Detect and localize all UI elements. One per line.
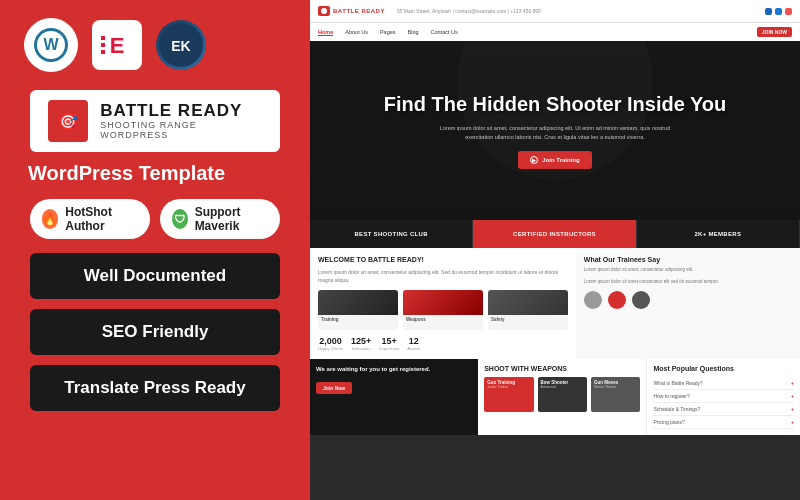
weapon-card-3: Gun Moves Senior Trainer (591, 377, 640, 412)
hotshot-badge: 🔥 HotShot Author (30, 199, 150, 239)
wordpress-icon: W (24, 18, 78, 72)
mock-hero-cta[interactable]: ▶ Join Training (518, 151, 591, 169)
card-1-img (318, 290, 398, 315)
mock-hero-body: Lorem ipsum dolor sit amet, consectetur … (425, 124, 685, 142)
faq-plus-3: + (791, 406, 794, 412)
template-label: WordPress Template (28, 162, 225, 185)
avatar-1 (584, 291, 602, 309)
faq-plus-2: + (791, 393, 794, 399)
nav-cta-btn[interactable]: JOIN NOW (757, 27, 792, 37)
faq-item-1: What is Battle Ready? + (653, 377, 794, 390)
elementor-icon: E (92, 20, 142, 70)
testimonial-body2: Lorem ipsum dolor sit amet consectetur e… (584, 279, 792, 286)
weapon-3-sub: Senior Trainer (594, 385, 637, 389)
card-1-text: Training (318, 315, 398, 324)
mock-stats-bar: Best Shooting Club Certified Instructors… (310, 220, 800, 248)
mock-right-section: What Our Trainees Say Lorem ipsum dolor … (576, 248, 800, 359)
card-2: Weapons (403, 290, 483, 330)
logo-subtitle: SHOOTING RANGE WORDPRESS (100, 120, 262, 140)
faq-item-2: How to register? + (653, 390, 794, 403)
number-3-label: Experience (379, 346, 399, 351)
svg-rect-6 (101, 43, 105, 47)
numbers-row: 2,000 Happy Clients 125+ Instructors 15+… (318, 336, 568, 351)
faq-title: Most Popular Questions (653, 365, 794, 372)
play-icon: ▶ (530, 156, 538, 164)
shield-icon: 🛡 (172, 209, 188, 229)
card-3: Safety (488, 290, 568, 330)
avatar-3 (632, 291, 650, 309)
mock-nav: BATTLE READY 55 Main Street, Anytown | c… (310, 0, 800, 22)
logo-text: BATTLE READY SHOOTING RANGE WORDPRESS (100, 102, 262, 141)
svg-rect-5 (101, 36, 105, 40)
nav-link-contact[interactable]: Contact Us (431, 29, 458, 35)
card-1: Training (318, 290, 398, 330)
weapon-card-2: Bow Shooter Advanced (538, 377, 587, 412)
support-badge: 🛡 Support Maverik (160, 199, 280, 239)
weapons-grid: Gun Training Junior Trainer Bow Shooter … (484, 377, 640, 412)
svg-text:W: W (43, 36, 59, 53)
nav-link-pages[interactable]: Pages (380, 29, 396, 35)
number-3: 15+ Experience (379, 336, 399, 351)
nav-link-home[interactable]: Home (318, 29, 333, 36)
mock-weapons-section: Shoot with Weapons Gun Training Junior T… (478, 359, 646, 435)
faq-item-4: Pricing plans? + (653, 416, 794, 429)
number-3-val: 15+ (379, 336, 399, 346)
stat-3: 2k+ Members (637, 220, 800, 248)
svg-text:EK: EK (171, 38, 190, 54)
nav-link-blog[interactable]: Blog (408, 29, 419, 35)
weapon-1-sub: Junior Trainer (487, 385, 530, 389)
card-3-img (488, 290, 568, 315)
number-1-label: Happy Clients (318, 346, 343, 351)
support-label: Support Maverik (195, 205, 268, 233)
logo-box: 🎯 BATTLE READY SHOOTING RANGE WORDPRESS (30, 90, 280, 152)
svg-point-12 (321, 8, 327, 14)
number-2-label: Instructors (351, 346, 371, 351)
left-section-title: Welcome to Battle Ready! (318, 256, 568, 263)
card-2-img (403, 290, 483, 315)
mock-content: Welcome to Battle Ready! Lorem ipsum dol… (310, 248, 800, 359)
flame-icon: 🔥 (42, 209, 58, 229)
number-1-val: 2,000 (318, 336, 343, 346)
testimonial-title: What Our Trainees Say (584, 256, 792, 263)
plugin-icons-row: W E EK (24, 18, 206, 72)
mock-nav-logo: BATTLE READY (318, 6, 385, 16)
social-yt (785, 8, 792, 15)
avatar-row (584, 291, 792, 309)
mock-nav-links-row: Home About Us Pages Blog Contact Us JOIN… (310, 23, 800, 41)
card-row: Training Weapons Safety (318, 290, 568, 330)
feature-pill-3: Translate Press Ready (30, 365, 280, 411)
mock-left-section: Welcome to Battle Ready! Lorem ipsum dol… (310, 248, 576, 359)
stat-1: Best Shooting Club (310, 220, 473, 248)
testimonial-body: Lorem ipsum dolor sit amet, consectetur … (584, 267, 792, 274)
svg-text:E: E (110, 33, 125, 58)
right-panel: BATTLE READY 55 Main Street, Anytown | c… (310, 0, 800, 500)
mock-bottom-row: We are waiting for you to get registered… (310, 359, 800, 435)
number-2-val: 125+ (351, 336, 371, 346)
faq-plus-4: + (791, 419, 794, 425)
mock-nav-brand: BATTLE READY (333, 8, 385, 14)
number-4: 12 Awards (407, 336, 420, 351)
left-section-body: Lorem ipsum dolor sit amet, consectetur … (318, 268, 568, 284)
social-fb (765, 8, 772, 15)
card-3-text: Safety (488, 315, 568, 324)
number-4-label: Awards (407, 346, 420, 351)
preview-container: BATTLE READY 55 Main Street, Anytown | c… (310, 0, 800, 500)
mock-hero-content: Find The Hidden Shooter Inside You Lorem… (310, 41, 800, 220)
stat-2: Certified Instructors (473, 220, 636, 248)
weapon-card-1: Gun Training Junior Trainer (484, 377, 533, 412)
mock-nav-info: 55 Main Street, Anytown | contact@exampl… (397, 8, 761, 14)
faq-item-3: Schedule & Timings? + (653, 403, 794, 416)
weapon-2-sub: Advanced (541, 385, 584, 389)
nav-link-about[interactable]: About Us (345, 29, 368, 35)
mock-hero-title: Find The Hidden Shooter Inside You (384, 92, 727, 116)
register-cta[interactable]: Join Now (316, 382, 352, 394)
faq-plus-1: + (791, 380, 794, 386)
number-1: 2,000 Happy Clients (318, 336, 343, 351)
hotshot-label: HotShot Author (65, 205, 138, 233)
feature-pill-1: Well Documented (30, 253, 280, 299)
mock-nav-socials (765, 8, 792, 15)
ek-icon: EK (156, 20, 206, 70)
register-title: We are waiting for you to get registered… (316, 365, 472, 373)
weapons-title: Shoot with Weapons (484, 365, 640, 372)
register-content: We are waiting for you to get registered… (316, 365, 472, 394)
